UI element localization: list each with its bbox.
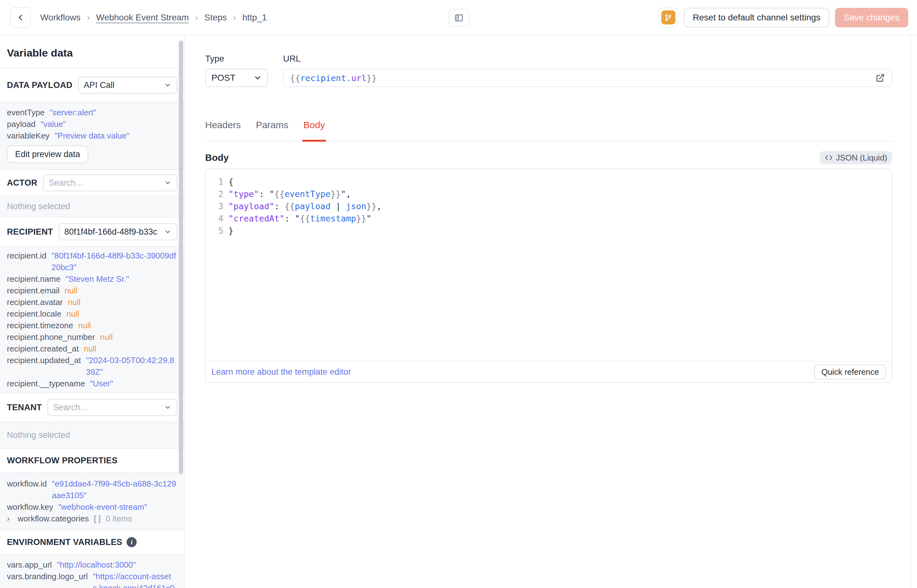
environment-values: vars.app_url"http://localhost:3000"vars.… <box>0 555 184 588</box>
kv-row: recipient.id"80f1f4bf-166d-48f9-b33c-390… <box>7 250 177 273</box>
code-token: " <box>269 189 274 199</box>
kv-key: vars.branding.logo_url <box>7 571 88 588</box>
kv-row: recipient.name"Steven Metz Sr." <box>7 273 177 285</box>
tenant-empty-state: Nothing selected <box>0 422 184 449</box>
code-token: "type" <box>228 189 259 199</box>
code-token: : <box>274 201 285 211</box>
kv-row: vars.branding.logo_url"https://account-a… <box>7 571 177 588</box>
kv-value: null <box>84 343 177 355</box>
code-token: }} <box>366 201 377 211</box>
edit-preview-data-button[interactable]: Edit preview data <box>7 145 88 163</box>
actor-row: ACTOR Search... <box>0 170 184 196</box>
code-token: {{ <box>300 213 310 223</box>
kv-value: "User" <box>90 378 177 389</box>
actor-search-select[interactable]: Search... <box>43 174 177 191</box>
recipient-selected: 80f1f4bf-166d-48f9-b33c <box>65 227 161 237</box>
breadcrumb-separator: › <box>87 13 90 23</box>
code-brackets-icon <box>825 154 833 161</box>
quick-reference-button[interactable]: Quick reference <box>814 364 886 380</box>
recipient-select[interactable]: 80f1f4bf-166d-48f9-b33c <box>59 223 177 240</box>
breadcrumb-item[interactable]: Steps <box>204 13 227 23</box>
tab-headers[interactable]: Headers <box>205 120 241 141</box>
kv-row: workflow.id"e91ddae4-7f99-45cb-a688-3c12… <box>7 478 177 501</box>
breadcrumb-item[interactable]: http_1 <box>242 13 267 23</box>
code-token: : <box>285 213 295 223</box>
kv-key: recipient.locale <box>7 308 61 320</box>
external-link-icon[interactable] <box>875 73 885 83</box>
git-branch-icon <box>661 10 675 24</box>
code-token: } <box>228 226 233 236</box>
kv-suffix: 0 items <box>106 513 132 525</box>
code-token: "createdAt" <box>228 213 285 223</box>
code-text: "payload": {{payload | json}}, <box>228 200 382 212</box>
toggle-sidebar-button[interactable] <box>449 9 469 27</box>
kv-value: null <box>66 308 177 320</box>
code-token: {{ <box>290 73 300 83</box>
kv-row: recipient.localenull <box>7 308 177 320</box>
tab-params[interactable]: Params <box>256 120 288 141</box>
kv-value: "e91ddae4-7f99-45cb-a688-3c129aae3105" <box>52 478 177 501</box>
code-token: {{ <box>274 189 285 199</box>
line-number: 3 <box>206 200 223 212</box>
code-token: {{ <box>285 201 295 211</box>
variable-data-sidebar: Variable data DATA PAYLOAD API Call even… <box>0 36 185 588</box>
chevron-down-icon <box>164 404 171 411</box>
save-changes-button[interactable]: Save changes <box>835 8 908 27</box>
actor-search-placeholder: Search... <box>49 178 161 188</box>
breadcrumb: Workflows›Webhook Event Stream›Steps›htt… <box>40 13 267 23</box>
template-editor-docs-link[interactable]: Learn more about the template editor <box>211 367 351 377</box>
data-payload-values: eventType"server:alert"payload"value"var… <box>0 102 184 170</box>
kv-row: ›workflow.categories[ ]0 items <box>7 513 177 525</box>
kv-value: null <box>100 331 177 343</box>
kv-row: recipient.__typename"User" <box>7 378 177 389</box>
chevron-down-icon <box>164 228 171 236</box>
data-payload-row: DATA PAYLOAD API Call <box>0 68 184 102</box>
tenant-label: TENANT <box>7 403 42 412</box>
kv-value: null <box>65 285 177 297</box>
kv-key: recipient.phone_number <box>7 331 95 343</box>
main-scrollbar-gutter <box>910 36 911 588</box>
data-payload-select[interactable]: API Call <box>78 77 177 94</box>
code-line: 2"type": "{{eventType}}", <box>206 188 891 200</box>
kv-row: vars.app_url"http://localhost:3000" <box>7 559 177 571</box>
commit-status-button[interactable] <box>658 8 678 27</box>
language-badge: JSON (Liquid) <box>820 151 892 164</box>
sidebar-scrollbar[interactable] <box>179 40 183 474</box>
breadcrumb-item[interactable]: Workflows <box>40 13 81 23</box>
kv-key: workflow.categories <box>18 513 89 525</box>
kv-key: vars.app_url <box>7 559 52 571</box>
code-token: : <box>259 189 270 199</box>
url-input[interactable]: {{recipient.url}} <box>283 69 892 87</box>
code-token: { <box>228 177 233 187</box>
code-token: }} <box>356 213 366 223</box>
code-text: "createdAt": "{{timestamp}}" <box>228 212 371 225</box>
env-rows: vars.app_url"http://localhost:3000"vars.… <box>7 559 177 588</box>
line-number: 2 <box>206 188 223 200</box>
tenant-search-select[interactable]: Search... <box>47 399 177 416</box>
panel-left-icon <box>454 13 464 22</box>
breadcrumb-item[interactable]: Webhook Event Stream <box>96 13 189 23</box>
kv-key: workflow.key <box>7 501 53 513</box>
kv-row: recipient.created_atnull <box>7 343 177 355</box>
code-token: eventType <box>285 189 331 199</box>
kv-value: "webhook-event-stream" <box>58 501 177 513</box>
kv-value: "https://account-assets.knock.app/42d161… <box>93 571 177 588</box>
info-icon[interactable]: i <box>127 537 137 547</box>
back-button[interactable] <box>10 7 31 28</box>
kv-row: recipient.phone_numbernull <box>7 331 177 343</box>
reset-channel-settings-button[interactable]: Reset to default channel settings <box>684 8 829 27</box>
body-section-label: Body <box>205 152 229 163</box>
chevron-right-icon[interactable]: › <box>7 513 13 525</box>
body-section-header: Body JSON (Liquid) <box>205 151 892 164</box>
http-method-select[interactable]: POST <box>205 69 268 87</box>
code-area[interactable]: 1{2"type": "{{eventType}}",3"payload": {… <box>206 169 891 361</box>
breadcrumb-separator: › <box>195 13 198 23</box>
line-number: 1 <box>206 176 223 188</box>
code-line: 3"payload": {{payload | json}}, <box>206 200 891 212</box>
chevron-down-icon <box>164 179 171 187</box>
actor-empty-state: Nothing selected <box>0 196 184 217</box>
url-label: URL <box>283 54 892 64</box>
tenant-search-placeholder: Search... <box>53 403 161 412</box>
kv-row: recipient.avatarnull <box>7 297 177 308</box>
tab-body[interactable]: Body <box>304 120 325 141</box>
